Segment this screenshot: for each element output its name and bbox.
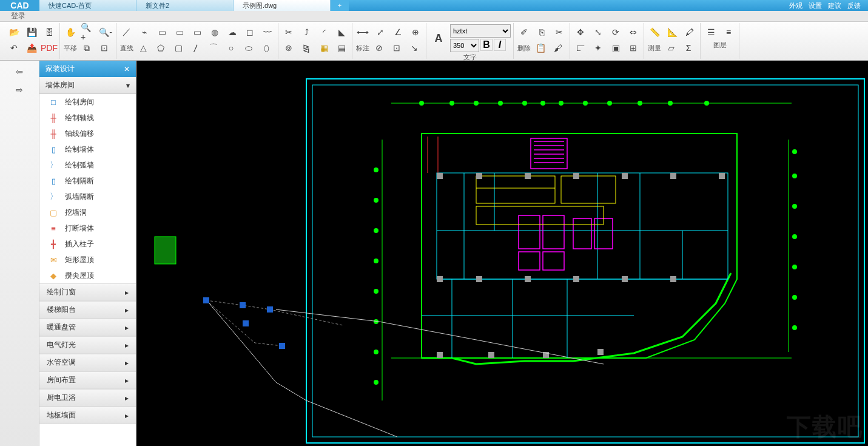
tool-item-1[interactable]: ╫绘制轴线 — [39, 110, 136, 126]
tool-item-6[interactable]: 〉弧墙隔断 — [39, 189, 136, 204]
menu-icon[interactable]: ≡ — [721, 24, 736, 40]
bold-button[interactable]: B — [480, 39, 493, 51]
block-icon[interactable]: ▣ — [608, 40, 624, 56]
nav-back-icon[interactable]: ⇦ — [12, 64, 27, 79]
angle-measure-icon[interactable]: 📐 — [664, 24, 680, 40]
tool-item-8[interactable]: ≡打断墙体 — [39, 220, 136, 236]
trim-icon[interactable]: ✂ — [281, 24, 297, 40]
drawing-canvas[interactable]: 下载吧 — [136, 61, 868, 446]
revcloud-icon[interactable]: ☁ — [224, 24, 240, 40]
stretch-icon[interactable]: ⇔ — [625, 24, 641, 40]
arc-icon[interactable]: ⌒ — [206, 40, 221, 56]
explode-icon[interactable]: ✦ — [590, 40, 606, 56]
zigzag-icon[interactable]: 〳 — [188, 40, 204, 56]
category-6[interactable]: 厨电卫浴▸ — [39, 389, 136, 407]
highlight-icon[interactable]: 🖍 — [682, 24, 698, 40]
tool-item-4[interactable]: 〉绘制弧墙 — [39, 157, 136, 173]
dim-ord-icon[interactable]: ⊡ — [389, 40, 405, 56]
offset-icon[interactable]: ⊚ — [281, 40, 297, 56]
tab-newfile[interactable]: 新文件2 — [136, 0, 234, 11]
tool-item-10[interactable]: ✉矩形屋顶 — [39, 252, 136, 268]
category-7[interactable]: 地板墙面▸ — [39, 407, 136, 424]
hatch-icon[interactable]: ▦ — [316, 40, 332, 56]
polyline-icon[interactable]: ⌁ — [136, 24, 152, 40]
size-select[interactable]: 350 — [450, 39, 479, 52]
paste-icon[interactable]: 📋 — [533, 40, 548, 56]
brush-icon[interactable]: 🖌 — [550, 40, 566, 56]
ellipse2-icon[interactable]: ⬯ — [258, 40, 274, 56]
italic-button[interactable]: I — [494, 39, 506, 51]
category-2[interactable]: 暖通盘管▸ — [39, 319, 136, 336]
ellipse-icon[interactable]: ⬭ — [241, 40, 257, 56]
category-0[interactable]: 绘制门窗▸ — [39, 283, 136, 301]
rotate-icon[interactable]: ⟳ — [608, 24, 624, 40]
eraser-icon[interactable]: ✐ — [516, 24, 532, 40]
tool-item-3[interactable]: ▯绘制墙体 — [39, 141, 136, 157]
square-icon[interactable]: ▢ — [170, 40, 186, 56]
shape-icon[interactable]: ◻ — [242, 24, 258, 40]
copy-icon[interactable]: ⎘ — [534, 24, 550, 40]
menu-appearance[interactable]: 外观 — [789, 1, 802, 10]
dim-leader-icon[interactable]: ↘ — [406, 40, 422, 56]
scale-icon[interactable]: ⤡ — [590, 24, 606, 40]
zoom-window-icon[interactable]: ⧉ — [79, 40, 95, 56]
export-button[interactable]: 📤 — [24, 40, 39, 56]
tool-item-0[interactable]: □绘制房间 — [39, 94, 136, 110]
group-icon[interactable]: ⊞ — [625, 40, 641, 56]
sum-icon[interactable]: Σ — [681, 40, 696, 56]
tab-example-dwg[interactable]: 示例图.dwg — [234, 0, 331, 11]
cut-icon[interactable]: ✂ — [551, 24, 567, 40]
category-4[interactable]: 水管空调▸ — [39, 354, 136, 371]
penta-icon[interactable]: ⬠ — [153, 40, 169, 56]
fillet-icon[interactable]: ◜ — [316, 24, 332, 40]
nav-fwd-icon[interactable]: ⇨ — [12, 83, 27, 97]
line-icon[interactable]: ／ — [119, 24, 135, 40]
rect2-icon[interactable]: ▭ — [172, 24, 187, 40]
undo-button[interactable]: ↶ — [6, 40, 22, 56]
panel-section[interactable]: 墙体房间 ▾ — [39, 77, 136, 94]
panel-close-icon[interactable]: ✕ — [124, 65, 130, 73]
open-button[interactable]: 📂 — [6, 24, 22, 40]
align-icon[interactable]: ⫍ — [573, 40, 588, 56]
dim-radius-icon[interactable]: ⊕ — [408, 24, 423, 40]
tool-item-7[interactable]: ▢挖墙洞 — [39, 204, 136, 220]
menu-feedback[interactable]: 反馈 — [847, 1, 861, 10]
tab-home[interactable]: 快速CAD-首页 — [39, 0, 136, 11]
area-icon[interactable]: ▱ — [663, 40, 679, 56]
zoom-in-icon[interactable]: 🔍+ — [80, 24, 96, 40]
ruler-icon[interactable]: 📏 — [647, 24, 662, 40]
layers-icon[interactable]: ☰ — [703, 24, 719, 40]
tool-item-9[interactable]: ╋插入柱子 — [39, 236, 136, 252]
text-icon[interactable]: A — [429, 29, 448, 48]
tri-icon[interactable]: △ — [135, 40, 151, 56]
category-5[interactable]: 房间布置▸ — [39, 371, 136, 389]
category-1[interactable]: 楼梯阳台▸ — [39, 301, 136, 319]
zoom-extent-icon[interactable]: ⊡ — [96, 40, 112, 56]
hand-icon[interactable]: ✋ — [62, 24, 78, 40]
saveas-button[interactable]: 🗄 — [41, 24, 57, 40]
login-link[interactable]: 登录 — [11, 11, 25, 21]
menu-settings[interactable]: 设置 — [809, 1, 822, 10]
category-3[interactable]: 电气灯光▸ — [39, 336, 136, 354]
font-select[interactable]: hztxt — [450, 24, 511, 38]
circle-icon[interactable]: ○ — [223, 40, 239, 56]
rect3-icon[interactable]: ▭ — [189, 24, 205, 40]
tool-item-2[interactable]: ╫轴线偏移 — [39, 126, 136, 141]
dim-linear-icon[interactable]: ⟷ — [355, 24, 371, 40]
donut-icon[interactable]: ◍ — [207, 24, 223, 40]
move-icon[interactable]: ✥ — [573, 24, 588, 40]
rect-icon[interactable]: ▭ — [154, 24, 170, 40]
tool-item-11[interactable]: ◆攒尖屋顶 — [39, 268, 136, 283]
extend-icon[interactable]: ⤴ — [298, 24, 314, 40]
spline-icon[interactable]: 〰 — [260, 24, 275, 40]
dim-diam-icon[interactable]: ⊘ — [371, 40, 387, 56]
zoom-out-icon[interactable]: 🔍- — [98, 24, 113, 40]
chamfer-icon[interactable]: ◣ — [334, 24, 349, 40]
save-button[interactable]: 💾 — [24, 24, 39, 40]
tab-add-button[interactable]: + — [331, 0, 349, 11]
pdf-button[interactable]: PDF — [41, 40, 57, 56]
dim-aligned-icon[interactable]: ⤢ — [372, 24, 388, 40]
menu-suggest[interactable]: 建议 — [828, 1, 841, 10]
mirror-icon[interactable]: ⧎ — [298, 40, 314, 56]
dim-angular-icon[interactable]: ∠ — [390, 24, 406, 40]
